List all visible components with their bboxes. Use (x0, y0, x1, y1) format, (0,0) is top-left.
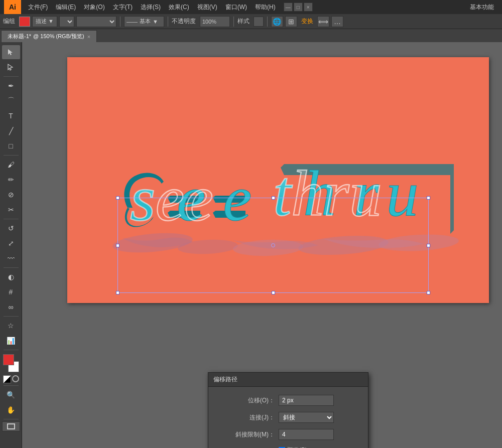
tab-close-btn[interactable]: × (87, 34, 90, 40)
font-select[interactable] (76, 16, 116, 27)
toolbar: 编组 描述 ▼ —— 基本 ▼ 不透明度 样式 🌐 ⊞ 变换 ⟺ … (0, 14, 502, 29)
tool-line[interactable]: ╱ (2, 124, 20, 138)
svg-text:thru: thru (273, 157, 382, 229)
tool-rect[interactable]: □ (2, 139, 20, 153)
tool-sep-1 (4, 76, 19, 77)
separator-1 (120, 17, 120, 27)
offset-input[interactable] (279, 395, 334, 406)
tool-blend[interactable]: ∞ (2, 300, 20, 314)
tool-paint[interactable]: 🖌 (2, 158, 20, 172)
document-tab[interactable]: 未标题-1* @ 150% (RGB/预览) × (1, 30, 97, 42)
tool-text[interactable]: T (2, 109, 20, 123)
opacity-label: 不透明度 (172, 17, 196, 26)
menu-effect[interactable]: 效果(C) (165, 0, 193, 14)
tool-hand[interactable]: ✋ (2, 403, 20, 417)
handle-br[interactable] (427, 291, 430, 294)
tool-mode-btn[interactable]: 描述 ▼ (32, 16, 57, 27)
menu-view[interactable]: 视图(V) (193, 0, 221, 14)
tool-sep-7 (4, 385, 19, 386)
tool-chart[interactable]: 📊 (2, 334, 20, 348)
swap-colors-btn[interactable] (3, 375, 11, 383)
reflect-icon-btn[interactable]: ⟺ (317, 16, 329, 27)
offset-row: 位移(O)： (218, 395, 358, 406)
toolbox: ✒ ⌒ T ╱ □ 🖌 ✏ ⊘ ✂ ↺ ⤢ 〰 ◐ # ∞ ☆ 📊 🔍 ✋ (0, 42, 22, 448)
app-logo: Ai (4, 0, 21, 14)
menu-edit[interactable]: 编辑(E) (52, 0, 80, 14)
more-icon-btn[interactable]: … (331, 16, 343, 27)
tool-sep-4 (4, 267, 19, 268)
transform-btn[interactable]: 变换 (299, 17, 315, 26)
tool-rotate[interactable]: ↺ (2, 221, 20, 235)
tool-sep-8 (4, 419, 19, 419)
mode-label: 编组 (3, 17, 15, 26)
tool-select[interactable] (2, 45, 20, 59)
tool-direct-select[interactable] (2, 60, 20, 74)
svg-text:see: see (130, 162, 213, 234)
tool-sep-2 (4, 155, 19, 156)
tool-pencil[interactable]: ✏ (2, 173, 20, 187)
close-btn[interactable]: × (304, 3, 313, 12)
tool-sep-6 (4, 350, 19, 350)
tool-symbol[interactable]: ☆ (2, 319, 20, 333)
tool-scissors[interactable]: ✂ (2, 203, 20, 217)
tool-scale[interactable]: ⤢ (2, 236, 20, 250)
maximize-btn[interactable]: □ (294, 3, 303, 12)
tool-mesh[interactable]: # (2, 285, 20, 299)
globe-icon-btn[interactable]: 🌐 (271, 16, 283, 27)
miter-input[interactable] (279, 429, 334, 440)
tab-title: 未标题-1* (8, 33, 31, 40)
artboard: s e e t h r u see thru (67, 57, 489, 303)
miter-row: 斜接限制(M)： (218, 429, 358, 440)
minimize-btn[interactable]: — (284, 3, 293, 12)
miter-label: 斜接限制(M)： (218, 430, 279, 439)
color-boxes[interactable] (2, 354, 20, 372)
tool-gradient[interactable]: ◐ (2, 270, 20, 284)
join-label: 连接(J)： (218, 413, 279, 422)
tool-pen[interactable]: ✒ (2, 79, 20, 93)
artwork-svg: s e e t h r u see thru (92, 87, 474, 268)
tool-select[interactable] (59, 16, 74, 27)
tool-eraser[interactable]: ⊘ (2, 188, 20, 202)
preview-label: 预览(P) (287, 446, 307, 448)
separator-2 (168, 17, 168, 27)
join-select[interactable]: 斜接 圆形 斜切 (279, 412, 334, 423)
menu-object[interactable]: 对象(O) (80, 0, 108, 14)
menu-text[interactable]: 文字(T) (109, 0, 137, 14)
offset-path-dialog: 偏移路径 位移(O)： 连接(J)： 斜接 圆形 斜切 (208, 372, 368, 448)
dialog-title-bar[interactable]: 偏移路径 (208, 373, 368, 387)
style-label: 样式 (237, 17, 249, 26)
tool-curvature[interactable]: ⌒ (2, 94, 20, 108)
svg-text:e: e (223, 162, 252, 234)
canvas-area[interactable]: s e e t h r u see thru (22, 42, 502, 448)
fill-color-box[interactable] (19, 17, 30, 27)
handle-bc[interactable] (272, 291, 275, 294)
tool-sep-5 (4, 316, 19, 317)
tool-warp[interactable]: 〰 (2, 251, 20, 265)
dialog-title-text: 偏移路径 (213, 375, 237, 384)
foreground-color[interactable] (3, 354, 14, 365)
opacity-input[interactable] (200, 16, 230, 27)
menu-bar: Ai 文件(F) 编辑(E) 对象(O) 文字(T) 选择(S) 效果(C) 视… (0, 0, 502, 14)
join-select-wrap: 斜接 圆形 斜切 (279, 412, 334, 423)
dialog-body: 位移(O)： 连接(J)： 斜接 圆形 斜切 斜接 (208, 387, 368, 448)
separator-4 (267, 17, 268, 27)
tool-zoom[interactable]: 🔍 (2, 388, 20, 402)
menu-file[interactable]: 文件(F) (24, 0, 52, 14)
separator-3 (233, 17, 234, 27)
handle-bl[interactable] (116, 291, 119, 294)
align-icon-btn[interactable]: ⊞ (285, 16, 297, 27)
menu-help[interactable]: 帮助(H) (251, 0, 280, 14)
style-color-btn[interactable] (254, 17, 264, 27)
offset-label: 位移(O)： (218, 396, 279, 405)
stroke-selector[interactable]: —— 基本 ▼ (124, 16, 164, 27)
none-color-btn[interactable] (12, 375, 19, 382)
preview-row: 预览(P) (218, 446, 358, 448)
tool-sep-3 (4, 219, 19, 219)
tab-subtitle: @ 150% (RGB/预览) (33, 33, 84, 40)
svg-text:u: u (386, 157, 419, 229)
menu-select[interactable]: 选择(S) (137, 0, 165, 14)
menu-window[interactable]: 窗口(W) (221, 0, 251, 14)
tab-bar: 未标题-1* @ 150% (RGB/预览) × (0, 29, 502, 42)
main-area: ✒ ⌒ T ╱ □ 🖌 ✏ ⊘ ✂ ↺ ⤢ 〰 ◐ # ∞ ☆ 📊 🔍 ✋ (0, 42, 502, 448)
view-mode-btn[interactable] (2, 421, 20, 431)
